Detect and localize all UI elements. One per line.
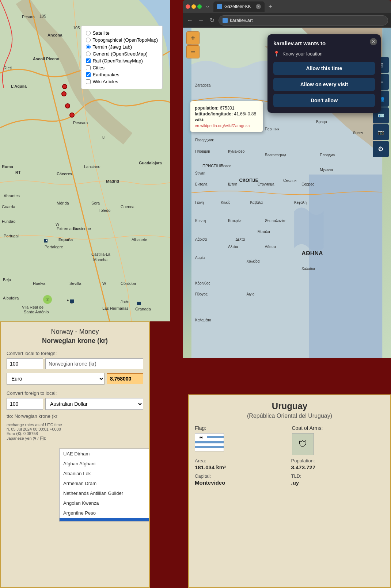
openstreetmap-option[interactable]: General (OpenStreetMap) <box>86 51 158 57</box>
foreign-amount-input[interactable] <box>7 398 43 410</box>
svg-text:Смолян: Смолян <box>283 179 296 183</box>
dropdown-item-afghan[interactable]: Afghan Afghani <box>60 459 150 469</box>
maximize-window-btn[interactable] <box>197 4 202 9</box>
dropdown-item-uae[interactable]: UAE Dirham <box>60 449 150 459</box>
svg-text:Madrid: Madrid <box>106 179 119 183</box>
svg-text:Castilla-La: Castilla-La <box>91 252 111 256</box>
satellite-option[interactable]: Satellite <box>86 30 158 36</box>
allow-every-visit-button[interactable]: Allow on every visit <box>273 78 375 91</box>
dropdown-item-albanian[interactable]: Albanian Lek <box>60 469 150 478</box>
svg-text:Fundão: Fundão <box>2 219 15 224</box>
svg-text:Велес: Велес <box>221 164 231 168</box>
tld-label: TLD: <box>291 473 385 479</box>
svg-text:Κόρινθος: Κόρινθος <box>195 281 210 285</box>
dropdown-item-angolan[interactable]: Angolan Kwanza <box>60 498 150 508</box>
dropdown-item-antillian[interactable]: Netherlands Antillian Guilder <box>60 488 150 498</box>
svg-text:Abrantes: Abrantes <box>4 194 20 198</box>
minimize-window-btn[interactable] <box>191 4 196 9</box>
nav-bar: ← → ↻ karaliev.art <box>183 13 391 28</box>
svg-rect-54 <box>309 175 382 358</box>
foreign-to-local-label: Convert foreign to local: <box>7 390 143 396</box>
terrain-option[interactable]: Terrain (Jawg Lab) <box>86 44 158 50</box>
svg-text:Ловеч: Ловеч <box>353 131 363 135</box>
wiki-link[interactable]: en.wikipedia.org/wiki/Zaragoza <box>195 123 250 128</box>
svg-text:105: 105 <box>39 14 46 18</box>
local-amount-input[interactable] <box>7 358 43 369</box>
tld-value: .uy <box>291 480 385 486</box>
population-label: Population: <box>291 458 385 463</box>
svg-text:W: W <box>102 281 106 286</box>
svg-text:Κεφαλη: Κεφαλη <box>294 201 307 205</box>
svg-text:RT: RT <box>15 170 21 175</box>
svg-text:2: 2 <box>46 297 49 302</box>
svg-text:Portalegre: Portalegre <box>45 245 63 249</box>
area-label: Area: <box>195 458 288 463</box>
dropdown-item-argentine[interactable]: Argentine Peso <box>60 508 150 518</box>
dropdown-item-armenian[interactable]: Armenian Dram <box>60 478 150 488</box>
topographical-option[interactable]: Topographical (OpenTopoMap) <box>86 37 158 43</box>
back-button[interactable]: ← <box>186 16 194 25</box>
area-value: 181.034 km² <box>195 464 288 470</box>
svg-rect-43 <box>137 302 141 305</box>
reload-button[interactable]: ↻ <box>208 16 216 25</box>
svg-rect-42 <box>70 299 74 303</box>
tab-title: Gazetteer-KK <box>224 4 251 9</box>
svg-text:Κο ντη: Κο ντη <box>195 219 206 223</box>
local-currency-display: Norwegian krone (kr) <box>45 358 143 369</box>
flag-canton: ☀ <box>195 434 207 441</box>
earthquake-marker <box>62 84 67 89</box>
forward-button[interactable]: → <box>197 16 205 25</box>
svg-text:Huelva: Huelva <box>33 281 46 286</box>
svg-text:Благоевград: Благоевград <box>265 153 286 157</box>
latlong-value: 41.66/-0.88 <box>234 111 256 117</box>
close-tab-btn[interactable]: ✕ <box>256 4 261 9</box>
svg-text:Jaén: Jaén <box>121 299 129 304</box>
wiki-articles-option[interactable]: Wiki Articles <box>86 79 158 84</box>
main-map[interactable]: Pesaro Ancona Macerata Rieti L'Aquila As… <box>0 0 170 321</box>
info-data-grid: Area: 181.034 km² Population: 3.473.727 … <box>195 458 384 486</box>
svg-text:Albacete: Albacete <box>132 237 147 242</box>
population-cell: Population: 3.473.727 <box>291 458 385 470</box>
url-text: karaliev.art <box>230 18 253 23</box>
svg-text:L'Aquila: L'Aquila <box>11 84 27 88</box>
dropdown-item-australian[interactable]: Australian Dollar <box>60 518 150 522</box>
new-tab-button[interactable]: + <box>266 2 275 11</box>
rail-option[interactable]: Rail (OpenRailwayMap) <box>86 58 158 64</box>
close-popup-btn[interactable]: ✕ <box>370 38 377 45</box>
svg-text:Guadalajara: Guadalajara <box>139 161 162 165</box>
svg-text:Pesaro: Pesaro <box>22 15 35 19</box>
svg-text:Καβάλα: Καβάλα <box>250 201 263 205</box>
flag-label: Flag: <box>195 425 288 431</box>
settings-tool-btn[interactable]: ⚙ <box>373 141 389 157</box>
local-to-foreign-label: Convert local to foreign: <box>7 351 143 356</box>
svg-text:Серрес: Серрес <box>301 182 314 186</box>
earthquakes-option[interactable]: Earthquakes <box>86 72 158 77</box>
svg-text:Пловдив: Пловдив <box>195 149 210 153</box>
address-bar[interactable]: karaliev.art <box>219 15 388 26</box>
svg-text:Sora: Sora <box>91 201 100 205</box>
to-local-label: tto: Norwegian krone (kr <box>7 413 143 419</box>
close-window-btn[interactable] <box>186 4 190 9</box>
allow-this-time-button[interactable]: Allow this time <box>273 62 375 75</box>
svg-text:Lanciano: Lanciano <box>84 164 100 169</box>
local-currency-select[interactable]: Euro <box>7 373 105 385</box>
foreign-currency-select[interactable]: Australian Dollar <box>45 398 143 410</box>
cities-option[interactable]: Cities <box>86 65 158 70</box>
svg-text:Κατερίνη: Κατερίνη <box>228 219 242 223</box>
svg-text:Santo António: Santo António <box>24 310 49 314</box>
tab-bar: ‹› Gazetteer-KK ✕ + <box>183 0 391 13</box>
browser-zoom-controls: + − <box>186 31 200 58</box>
browser-zoom-out[interactable]: − <box>186 45 200 58</box>
local-to-foreign-inputs: Norwegian krone (kr) <box>7 358 143 369</box>
svg-text:Λαμία: Λαμία <box>195 256 205 260</box>
svg-text:Štivari: Štivari <box>195 171 205 175</box>
tld-cell: TLD: .uy <box>291 473 385 486</box>
dont-allow-button[interactable]: Don't allow <box>273 94 375 107</box>
coat-label: Coat of Arms: <box>292 425 385 431</box>
camera-tool-btn[interactable]: 📷 <box>373 124 389 140</box>
population-label: population: <box>195 106 219 111</box>
svg-text:Χαλαδια: Χαλαδια <box>301 267 315 271</box>
active-tab[interactable]: Gazetteer-KK ✕ <box>213 1 265 12</box>
tab-favicon <box>217 4 222 9</box>
browser-zoom-in[interactable]: + <box>186 31 200 45</box>
